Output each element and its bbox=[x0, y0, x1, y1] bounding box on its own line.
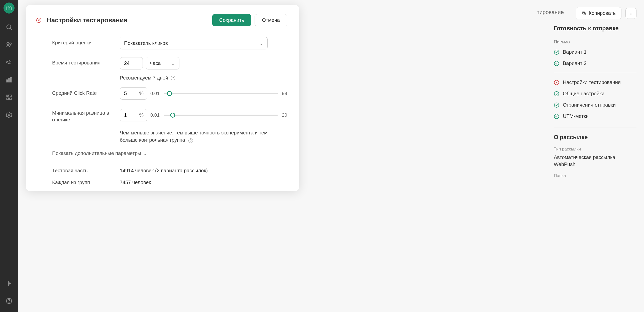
search-icon[interactable] bbox=[6, 24, 13, 31]
test-settings-modal: Настройки тестирования Сохранить Отмена … bbox=[26, 5, 299, 191]
svg-point-20 bbox=[554, 114, 559, 118]
divider bbox=[554, 127, 636, 127]
check-icon bbox=[554, 114, 559, 119]
mindiff-input[interactable]: % bbox=[120, 109, 147, 121]
expand-label: Показать дополнительные параметры bbox=[52, 150, 141, 156]
partial-tab-text: тирование bbox=[537, 9, 564, 16]
help-icon[interactable]: ? bbox=[171, 76, 175, 80]
readiness-item-variant1[interactable]: Вариант 1 bbox=[554, 49, 636, 55]
readiness-item-variant2[interactable]: Вариант 2 bbox=[554, 60, 636, 66]
about-folder-label: Папка bbox=[554, 173, 636, 178]
slider-min: 0.01 bbox=[150, 91, 160, 96]
svg-point-0 bbox=[7, 25, 11, 29]
readiness-title: Готовность к отправке bbox=[554, 25, 636, 32]
divider bbox=[554, 73, 636, 73]
duration-value[interactable] bbox=[124, 60, 139, 66]
mindiff-hint: Чем меньше значение, тем выше точность э… bbox=[120, 129, 268, 144]
readiness-item-label: Общие настройки bbox=[563, 91, 604, 97]
cancel-button[interactable]: Отмена bbox=[255, 14, 287, 26]
page-background: тирование Копировать Готовность к отправ… bbox=[18, 0, 644, 312]
recommend-hint: Рекомендуем 7 дней ? bbox=[120, 75, 268, 81]
slider-max: 99 bbox=[282, 91, 287, 96]
top-actions: Копировать bbox=[576, 7, 636, 19]
copy-icon bbox=[582, 11, 586, 16]
criteria-label: Критерий оценки bbox=[52, 37, 112, 49]
avg-cr-label: Средний Click Rate bbox=[52, 87, 112, 100]
check-icon bbox=[554, 61, 559, 66]
save-button[interactable]: Сохранить bbox=[212, 14, 251, 26]
more-icon bbox=[629, 11, 633, 16]
logout-icon[interactable] bbox=[6, 280, 13, 287]
more-button[interactable] bbox=[625, 8, 636, 19]
form-area: Критерий оценки Показатель кликов ⌄ Врем… bbox=[36, 37, 287, 185]
chevron-down-icon: ⌄ bbox=[171, 60, 175, 66]
svg-rect-10 bbox=[583, 13, 585, 15]
svg-point-2 bbox=[7, 42, 9, 44]
test-part-label: Тестовая часть bbox=[52, 168, 112, 174]
readiness-item-label: Вариант 2 bbox=[563, 60, 587, 66]
chart-icon[interactable] bbox=[6, 76, 13, 83]
readiness-panel: Готовность к отправке Письмо Вариант 1 В… bbox=[554, 25, 636, 180]
help-icon[interactable]: ? bbox=[188, 138, 193, 143]
svg-point-19 bbox=[554, 103, 559, 107]
svg-point-7 bbox=[8, 114, 10, 116]
percent-sign: % bbox=[139, 112, 144, 118]
error-icon bbox=[554, 80, 559, 85]
nav-rail: m bbox=[0, 0, 18, 312]
check-icon bbox=[554, 49, 559, 55]
chevron-down-icon: ⌄ bbox=[143, 150, 147, 156]
duration-unit: часа bbox=[150, 60, 161, 66]
expand-params-link[interactable]: Показать дополнительные параметры ⌄ bbox=[52, 150, 287, 156]
readiness-item-testsettings[interactable]: Настройки тестирования bbox=[554, 80, 636, 85]
svg-point-3 bbox=[10, 43, 11, 45]
criteria-value: Показатель кликов bbox=[124, 40, 168, 46]
svg-rect-5 bbox=[9, 79, 10, 82]
svg-point-12 bbox=[631, 12, 631, 12]
duration-unit-select[interactable]: часа ⌄ bbox=[146, 57, 179, 69]
duration-label: Время тестирования bbox=[52, 57, 112, 69]
gear-icon[interactable] bbox=[6, 111, 13, 118]
svg-point-16 bbox=[554, 61, 559, 65]
readiness-item-label: Вариант 1 bbox=[563, 49, 587, 55]
criteria-select[interactable]: Показатель кликов ⌄ bbox=[120, 37, 268, 49]
readiness-item-utm[interactable]: UTM-метки bbox=[554, 113, 636, 119]
avg-cr-slider[interactable] bbox=[164, 93, 278, 94]
readiness-item-limits[interactable]: Ограничения отправки bbox=[554, 102, 636, 108]
readiness-item-label: Настройки тестирования bbox=[563, 80, 621, 85]
close-icon[interactable] bbox=[36, 18, 42, 23]
svg-line-1 bbox=[10, 28, 12, 30]
duration-input[interactable] bbox=[120, 57, 143, 69]
copy-label: Копировать bbox=[589, 10, 616, 16]
svg-point-13 bbox=[631, 13, 631, 14]
slider-thumb[interactable] bbox=[170, 113, 175, 118]
svg-rect-6 bbox=[11, 77, 12, 82]
test-part-value: 14914 человек (2 варианта рассылок) bbox=[120, 168, 208, 174]
slider-min: 0.01 bbox=[150, 112, 160, 118]
each-group-value: 7457 человек bbox=[120, 180, 151, 185]
copy-button[interactable]: Копировать bbox=[576, 7, 621, 19]
megaphone-icon[interactable] bbox=[6, 59, 13, 66]
modal-title: Настройки тестирования bbox=[47, 16, 128, 24]
readiness-item-general[interactable]: Общие настройки bbox=[554, 91, 636, 97]
svg-rect-11 bbox=[582, 12, 585, 14]
about-type-label: Тип рассылки bbox=[554, 147, 636, 152]
each-group-label: Каждая из групп bbox=[52, 180, 112, 185]
percent-sign: % bbox=[139, 91, 144, 96]
about-title: О рассылке bbox=[554, 134, 636, 141]
avg-cr-input[interactable]: % bbox=[120, 87, 147, 100]
people-icon[interactable] bbox=[6, 41, 13, 48]
readiness-item-label: UTM-метки bbox=[563, 113, 589, 119]
slider-thumb[interactable] bbox=[167, 91, 172, 96]
svg-rect-4 bbox=[7, 80, 8, 82]
modal-header: Настройки тестирования Сохранить Отмена bbox=[36, 14, 287, 26]
chevron-down-icon: ⌄ bbox=[259, 40, 263, 46]
check-icon bbox=[554, 102, 559, 108]
about-type-value: Автоматическая рассылка WebPush bbox=[554, 154, 636, 168]
check-icon bbox=[554, 91, 559, 97]
help-icon[interactable] bbox=[6, 297, 13, 304]
readiness-item-label: Ограничения отправки bbox=[563, 102, 616, 108]
app-logo[interactable]: m bbox=[4, 3, 15, 14]
puzzle-icon[interactable] bbox=[6, 94, 13, 101]
mindiff-slider[interactable] bbox=[164, 115, 278, 116]
slider-max: 20 bbox=[282, 112, 287, 118]
